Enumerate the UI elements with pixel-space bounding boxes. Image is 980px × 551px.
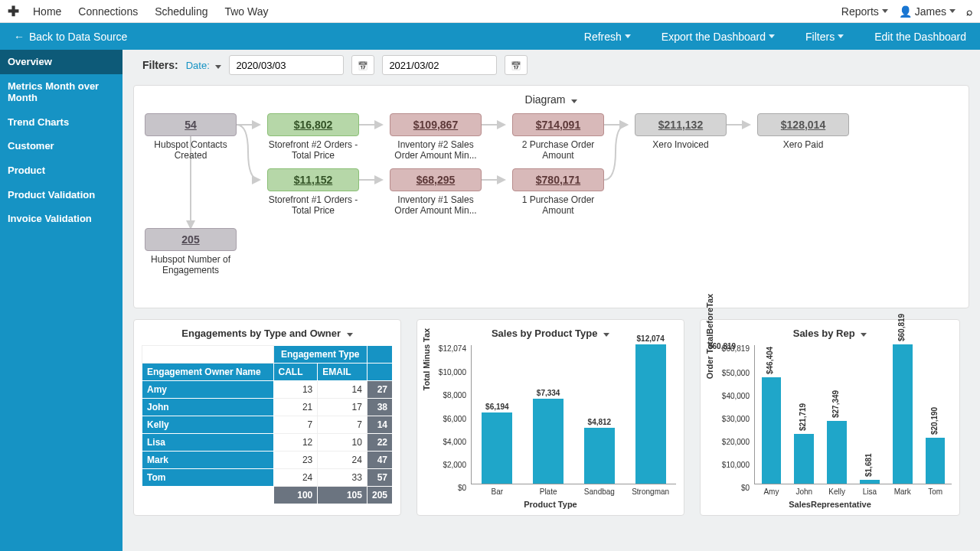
bar[interactable] — [794, 434, 814, 484]
filters-button[interactable]: Filters — [805, 31, 844, 43]
y-tick: $20,000 — [722, 438, 750, 446]
bar-category-label: Lisa — [863, 487, 877, 496]
owner-name: Tom — [142, 469, 274, 487]
bar[interactable] — [482, 412, 512, 484]
sidebar-item-product-validation[interactable]: Product Validation — [0, 183, 122, 207]
date-end-input[interactable] — [382, 55, 497, 75]
sidebar-item-invoice-validation[interactable]: Invoice Validation — [0, 207, 122, 231]
export-dashboard-button[interactable]: Export the Dashboard — [662, 31, 775, 43]
chart-area: Order TotalBeforeTax $60,819 $0$10,000$2… — [708, 345, 952, 498]
bar-value-label: $6,194 — [485, 403, 509, 411]
y-tick: $30,000 — [722, 415, 750, 423]
row-total: 57 — [367, 469, 392, 487]
node-value[interactable]: $68,295 — [390, 168, 482, 191]
node-label: 2 Purchase Order Amount — [512, 139, 604, 161]
bar[interactable] — [893, 344, 913, 484]
calendar-icon — [511, 60, 521, 71]
calendar-end-button[interactable] — [505, 55, 528, 75]
node-xero-paid: $128,014 Xero Paid — [757, 113, 849, 150]
owner-name: Lisa — [142, 434, 274, 452]
node-value[interactable]: 205 — [145, 228, 237, 251]
diagram-title[interactable]: Diagram — [145, 93, 958, 106]
chevron-down-icon — [838, 34, 844, 38]
filters-row: Filters: Date: — [133, 50, 969, 80]
node-value[interactable]: $714,091 — [512, 113, 604, 136]
bar[interactable] — [762, 377, 782, 484]
sidebar-item-trend-charts[interactable]: Trend Charts — [0, 110, 122, 135]
nav-scheduling[interactable]: Scheduling — [155, 5, 207, 18]
owner-name: Kelly — [142, 416, 274, 434]
back-to-data-source[interactable]: ←Back to Data Source — [14, 31, 127, 43]
table-row: Kelly7714 — [142, 416, 393, 434]
email-count: 24 — [318, 452, 368, 469]
add-icon[interactable]: ✚ — [8, 3, 19, 20]
y-tick: $10,000 — [722, 461, 750, 469]
call-count: 24 — [273, 469, 318, 487]
email-count: 7 — [318, 416, 368, 434]
bar[interactable] — [635, 344, 666, 484]
refresh-button[interactable]: Refresh — [584, 31, 631, 43]
arrow-left-icon: ← — [14, 31, 24, 43]
bar-value-label: $21,719 — [799, 403, 807, 431]
nav-reports[interactable]: Reports — [841, 5, 888, 18]
node-value[interactable]: $11,152 — [267, 168, 359, 191]
sidebar-item-customer[interactable]: Customer — [0, 134, 122, 158]
call-count: 12 — [273, 434, 318, 452]
bar[interactable] — [533, 399, 564, 484]
sidebar-item-metrics-mom[interactable]: Metrics Month over Month — [0, 74, 122, 110]
node-value[interactable]: $780,171 — [512, 168, 604, 191]
widget-title[interactable]: Engagements by Type and Owner — [142, 328, 393, 339]
date-start-input[interactable] — [229, 55, 344, 75]
node-label: Inventory #1 Sales Order Amount Min... — [390, 194, 482, 217]
edit-dashboard-button[interactable]: Edit the Dashboard — [874, 31, 966, 43]
sidebar-item-product[interactable]: Product — [0, 158, 122, 183]
y-axis-title: Total Minus Tax — [422, 328, 431, 391]
bar[interactable] — [584, 428, 615, 484]
sidebar-item-overview[interactable]: Overview — [0, 50, 122, 74]
plot-area: Bar$6,194Plate$7,334Sandbag$4,812Strongm… — [471, 345, 676, 484]
node-value[interactable]: $109,867 — [390, 113, 482, 136]
bar[interactable] — [860, 480, 880, 484]
node-value[interactable]: $16,802 — [267, 113, 359, 136]
calendar-start-button[interactable] — [351, 55, 374, 75]
nav-two-way[interactable]: Two Way — [224, 5, 268, 18]
nav-home[interactable]: Home — [33, 5, 61, 18]
node-label: Storefront #1 Orders - Total Price — [267, 194, 359, 217]
plot-area: Amy$46,404John$21,719Kelly$27,349Lisa$1,… — [754, 345, 952, 484]
node-value[interactable]: 54 — [145, 113, 237, 136]
bar-category-label: Mark — [894, 487, 911, 496]
node-inventory1-sales: $68,295 Inventory #1 Sales Order Amount … — [390, 168, 482, 217]
owner-name: Mark — [142, 452, 274, 469]
diagram-canvas: 54 Hubspot Contacts Created $16,802 Stor… — [145, 113, 958, 297]
nav-connections[interactable]: Connections — [78, 5, 138, 18]
engagements-table: Engagement Type Engagement Owner Name CA… — [142, 345, 393, 504]
bar-category-label: Strongman — [632, 487, 669, 496]
widgets-row: Engagements by Type and Owner Engagement… — [133, 319, 969, 516]
bar-category-label: Bar — [492, 487, 504, 496]
chevron-down-icon — [347, 333, 353, 337]
y-tick: $10,000 — [439, 368, 466, 377]
chart-area: Total Minus Tax $0$2,000$4,000$6,000$8,0… — [425, 345, 676, 498]
table-row: Amy131427 — [142, 381, 393, 399]
node-value[interactable]: $128,014 — [757, 113, 849, 136]
node-label: Hubspot Number of Engagements — [145, 254, 237, 276]
widget-title[interactable]: Sales by Rep — [708, 328, 952, 339]
call-count: 13 — [273, 381, 318, 399]
row-total: 27 — [367, 381, 392, 399]
col-header-owner: Engagement Owner Name — [142, 364, 274, 381]
sidebar: Overview Metrics Month over Month Trend … — [0, 50, 122, 551]
chevron-down-icon — [769, 34, 775, 38]
bar[interactable] — [926, 438, 946, 484]
node-storefront1-orders: $11,152 Storefront #1 Orders - Total Pri… — [267, 168, 359, 217]
y-axis: Order TotalBeforeTax $60,819 $0$10,000$2… — [708, 345, 754, 498]
node-value[interactable]: $211,132 — [635, 113, 727, 136]
bar-value-label: $27,349 — [831, 390, 840, 418]
date-filter-dropdown[interactable]: Date: — [186, 60, 222, 71]
nav-user[interactable]: 👤 James — [899, 5, 956, 18]
call-count: 7 — [273, 416, 318, 434]
bar[interactable] — [827, 421, 847, 484]
search-icon[interactable]: ⌕ — [966, 5, 972, 18]
node-label: Inventory #2 Sales Order Amount Min... — [390, 139, 482, 161]
y-tick: $4,000 — [443, 437, 466, 445]
bar-category-label: John — [795, 487, 812, 496]
